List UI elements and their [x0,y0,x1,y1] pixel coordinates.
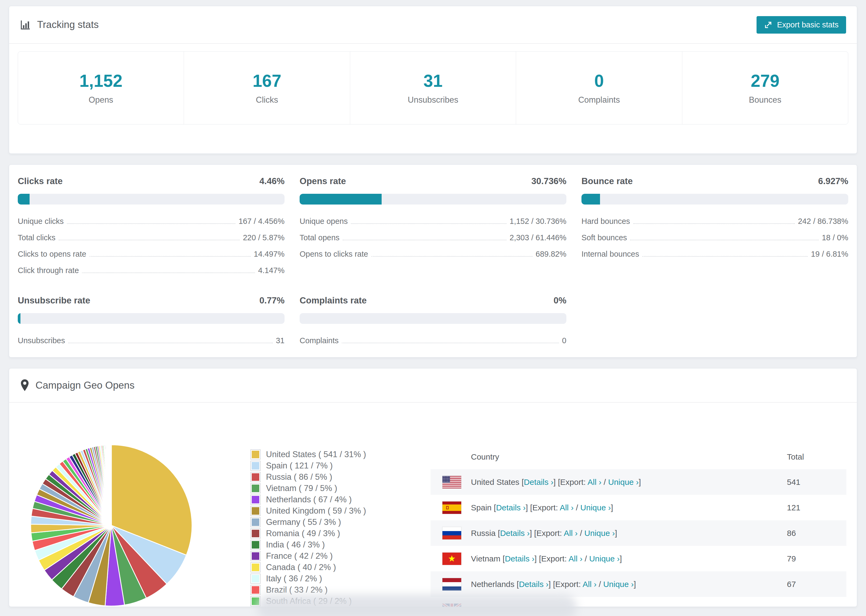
export-icon [764,20,773,29]
country-name: United States [471,478,519,486]
total-cell: 86 [787,520,796,546]
rate-value: 0% [553,295,567,306]
legend-label: Russia ( 86 / 5% ) [266,472,332,482]
geo-table-row-russia: Russia [Details ›] [Export: All › / Uniq… [431,520,846,546]
detail-label: Opens to clicks rate [299,250,368,259]
details-link[interactable]: Details › [505,554,534,563]
rate-progress-track [299,194,567,204]
stat-value: 31 [423,71,442,91]
dotted-leader [633,223,795,224]
export-unique-link[interactable]: Unique › [617,605,648,607]
export-unique-link[interactable]: Unique › [584,529,615,537]
total-cell: 79 [787,546,796,571]
rate-block-opens-rate: Opens rate30.736%Unique opens1,152 / 30.… [299,176,567,279]
legend-swatch [250,517,261,527]
details-link[interactable]: Details › [519,580,548,589]
dotted-leader [68,343,273,343]
geo-table-row-vietnam: Vietnam [Details ›] [Export: All › / Uni… [431,546,846,571]
rate-title: Bounce rate [581,176,633,186]
detail-row: Internal bounces19 / 6.81% [581,246,848,262]
rate-progress-fill [18,194,30,204]
stat-value: 1,152 [79,71,122,91]
country-cell: Netherlands [Details ›] [Export: All › /… [471,571,636,597]
detail-value: 31 [276,336,285,345]
total-cell: 67 [787,571,796,597]
legend-label: Spain ( 121 / 7% ) [266,461,333,471]
detail-label: Unsubscribes [18,336,65,345]
detail-row: Unsubscribes31 [18,332,285,349]
rates-grid: Clicks rate4.46%Unique clicks167 / 4.456… [9,165,857,362]
dotted-leader [67,223,235,224]
export-all-link[interactable]: All › [568,554,583,563]
export-unique-link[interactable]: Unique › [608,478,638,486]
detail-label: Hard bounces [581,217,630,226]
rate-progress-track [581,194,848,204]
flag-es-icon [442,501,461,515]
detail-value: 18 / 0% [822,233,848,242]
export-all-link[interactable]: All › [597,605,611,607]
legend-label: Germany ( 55 / 3% ) [266,517,341,527]
pie-legend: United States ( 541 / 31% )Spain ( 121 /… [250,449,366,607]
legend-label: Brazil ( 33 / 2% ) [266,585,328,595]
dotted-leader [82,272,255,273]
export-unique-link[interactable]: Unique › [589,554,620,563]
export-basic-stats-button[interactable]: Export basic stats [757,16,846,34]
legend-label: Canada ( 40 / 2% ) [266,563,336,572]
rate-title: Clicks rate [18,176,63,186]
country-column-header: Country [471,452,499,462]
details-link[interactable]: Details › [524,478,553,486]
legend-label: Romania ( 49 / 3% ) [266,529,340,538]
details-link[interactable]: Details › [496,503,526,512]
export-all-link[interactable]: All › [587,478,601,486]
geo-table-header-row: Country Total [431,449,846,469]
stat-label: Bounces [749,95,781,105]
total-cell: 121 [787,495,800,520]
legend-item-spain: Spain ( 121 / 7% ) [250,460,366,471]
stat-value: 167 [252,71,281,91]
detail-label: Total opens [299,233,339,242]
geo-title-wrap: Campaign Geo Opens [20,379,134,392]
total-column-header: Total [787,452,804,462]
dotted-leader [343,240,506,240]
stat-label: Clicks [256,95,278,105]
legend-item-united-states: United States ( 541 / 31% ) [250,449,366,460]
detail-label: Internal bounces [581,250,639,259]
total-cell: 541 [787,469,800,495]
details-link[interactable]: Details › [500,529,529,537]
legend-item-india: India ( 46 / 3% ) [250,539,366,550]
export-all-link[interactable]: All › [564,529,578,537]
legend-item-netherlands: Netherlands ( 67 / 4% ) [250,494,366,505]
tracking-stats-header: Tracking stats Export basic stats [9,6,857,44]
page-title: Tracking stats [37,19,99,30]
export-unique-link[interactable]: Unique › [580,503,611,512]
legend-item-brazil: Brazil ( 33 / 2% ) [250,584,366,596]
rate-title: Unsubscribe rate [18,295,90,306]
country-cell: Vietnam [Details ›] [Export: All › / Uni… [471,546,622,571]
detail-row: Total clicks220 / 5.87% [18,229,285,246]
stat-cell-clicks: 167Clicks [184,52,350,124]
dotted-leader [58,240,239,240]
country-name: Russia [471,529,496,537]
legend-swatch [250,449,261,460]
rate-progress-fill [18,313,20,324]
detail-label: Soft bounces [581,233,627,242]
export-unique-link[interactable]: Unique › [603,580,634,589]
flag-us-icon [442,476,461,490]
stat-value: 279 [751,71,779,91]
detail-row: Click through rate4.147% [18,262,285,279]
geo-opens-table: Country Total United States [Details ›] … [431,449,846,607]
rates-card: Clicks rate4.46%Unique clicks167 / 4.456… [9,165,857,357]
export-all-link[interactable]: All › [560,503,574,512]
dotted-leader [642,256,808,257]
geo-header: Campaign Geo Opens [9,368,857,402]
rate-progress-fill [581,194,600,204]
detail-value: 0 [562,336,567,345]
legend-swatch [250,460,261,471]
detail-row: Opens to clicks rate689.82% [299,246,567,262]
legend-label: Vietnam ( 79 / 5% ) [266,484,337,493]
rate-progress-track [18,194,285,204]
geo-table-row-netherlands: Netherlands [Details ›] [Export: All › /… [431,571,846,597]
legend-item-russia: Russia ( 86 / 5% ) [250,471,366,483]
legend-label: United Kingdom ( 59 / 3% ) [266,506,366,516]
export-all-link[interactable]: All › [583,580,597,589]
